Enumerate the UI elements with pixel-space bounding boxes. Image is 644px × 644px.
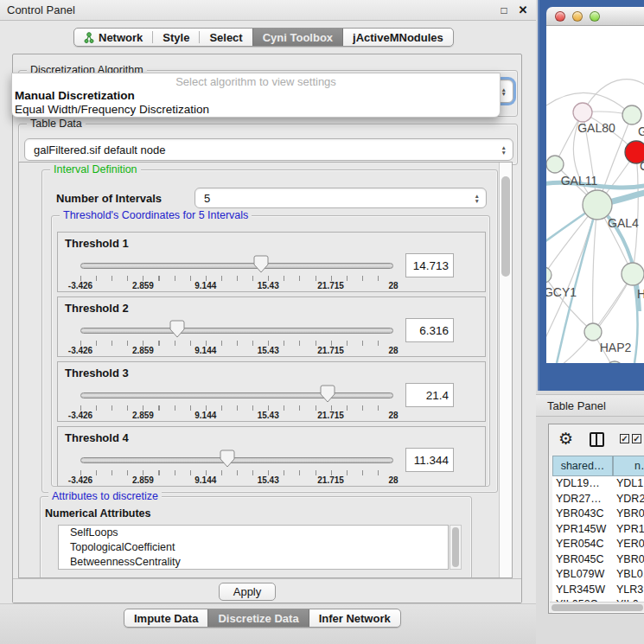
settings-scrollbar[interactable] [499, 163, 512, 577]
node[interactable] [606, 361, 623, 363]
right-side: GAL80 G C GAL11 GAL4 GCY1 H HAP2 Table P… [536, 0, 644, 644]
table-row[interactable]: YER054CYER0… [552, 537, 644, 552]
attributes-list-scrollbar[interactable] [450, 525, 462, 570]
table-toolbar: ⚙ ✓ ✓ [549, 424, 644, 456]
table-row[interactable]: YBR043CYBR0… [552, 507, 644, 522]
popup-option-manual-discretization[interactable]: Manual Discretization [15, 89, 135, 102]
table-data-combobox[interactable]: galFiltered.sif default node ▲▼ [24, 138, 513, 161]
group-title: Threshold's Coordinates for 5 Intervals [60, 209, 252, 221]
network-view-window: GAL80 G C GAL11 GAL4 GCY1 H HAP2 [538, 0, 644, 391]
control-panel: Control Panel □ ✕ Network Style Selec [0, 0, 538, 644]
threshold-1-slider[interactable] [80, 255, 393, 276]
node-gal80[interactable] [573, 103, 592, 122]
table-row[interactable]: YDL19…YDL1… [552, 476, 644, 492]
scrollbar-thumb[interactable] [552, 604, 643, 611]
slider-thumb[interactable] [169, 320, 185, 339]
threshold-2-slider[interactable] [80, 320, 393, 341]
table-data-group: Table Data galFiltered.sif default node … [18, 124, 518, 165]
slider-tick-labels: -3.426 2.859 9.144 15.43 21.715 28 [80, 411, 393, 421]
column-header-shared-name[interactable]: shared… [552, 456, 613, 476]
threshold-label: Threshold 4 [65, 431, 129, 444]
table-row[interactable]: YPR145WYPR1… [552, 522, 644, 538]
node-hap2[interactable] [584, 323, 602, 341]
tab-discretize-data[interactable]: Discretize Data [207, 609, 309, 627]
table-panel-titlebar: Table Panel [536, 394, 644, 417]
slider-thumb[interactable] [320, 385, 335, 404]
slider-track[interactable] [80, 392, 393, 399]
table-data-value: galFiltered.sif default node [34, 143, 165, 156]
numerical-attributes-list: SelfLoops TopologicalCoefficient Between… [58, 525, 449, 570]
close-panel-icon[interactable]: ✕ [515, 3, 531, 18]
slider-track[interactable] [80, 263, 393, 269]
network-window-titlebar[interactable] [546, 7, 644, 26]
interval-definition-group: Interval Definition Number of Intervals … [41, 169, 498, 493]
slider-tick-labels: -3.426 2.859 9.144 15.43 21.715 28 [80, 346, 393, 356]
slider-tick-labels: -3.426 2.859 9.144 15.43 21.715 28 [80, 281, 393, 291]
svg-text:H: H [637, 287, 644, 301]
node-gcy1[interactable] [546, 267, 552, 283]
slider-track[interactable] [80, 328, 393, 334]
tab-network[interactable]: Network [74, 29, 152, 46]
table-row[interactable]: YBR045CYBR0… [552, 552, 644, 568]
threshold-2-value-field[interactable] [405, 318, 454, 342]
threshold-4-value-field[interactable] [405, 448, 454, 472]
float-window-icon[interactable]: □ [496, 3, 512, 18]
network-canvas[interactable]: GAL80 G C GAL11 GAL4 GCY1 H HAP2 [546, 26, 644, 363]
numerical-attributes-label: Numerical Attributes [45, 507, 150, 520]
checkbox-icon[interactable]: ✓ [632, 434, 641, 443]
node-gal11[interactable] [546, 156, 564, 173]
number-of-intervals-combobox[interactable]: 5 ▲▼ [194, 188, 487, 208]
tab-jactivemnodules[interactable]: jActiveMNodules [343, 29, 453, 46]
node-gal4[interactable] [583, 190, 612, 220]
cyni-toolbox-content: Discretization Algorithm ▲▼ Table Data g… [12, 54, 522, 603]
list-item[interactable]: SelfLoops [59, 526, 448, 540]
control-panel-titlebar: Control Panel □ ✕ [0, 0, 538, 21]
tab-select[interactable]: Select [200, 29, 252, 46]
list-item[interactable]: BetweennessCentrality [59, 555, 448, 570]
popup-option-equal-width-frequency[interactable]: Equal Width/Frequency Discretization [15, 103, 209, 116]
table-row[interactable]: YLR345WYLR3… [552, 583, 644, 598]
panel-title: Control Panel [7, 3, 75, 16]
number-of-intervals-value: 5 [204, 192, 210, 205]
threshold-label: Threshold 1 [65, 237, 129, 250]
gear-icon[interactable]: ⚙ [558, 430, 573, 449]
threshold-3-slider[interactable] [80, 385, 393, 405]
checkbox-icon[interactable]: ✓ [620, 434, 629, 443]
tab-cyni-toolbox[interactable]: Cyni Toolbox [252, 29, 343, 46]
table-horizontal-scrollbar[interactable] [550, 602, 644, 612]
threshold-label: Threshold 2 [65, 302, 129, 315]
threshold-4-slider[interactable] [80, 450, 393, 470]
tab-style[interactable]: Style [153, 29, 199, 46]
scrollbar-thumb[interactable] [501, 176, 510, 277]
list-item[interactable]: TopologicalCoefficient [59, 540, 448, 555]
apply-footer: Apply [13, 578, 521, 603]
attributes-to-discretize-group: Attributes to discretize Numerical Attri… [40, 496, 472, 578]
apply-button[interactable]: Apply [219, 583, 276, 601]
svg-text:GAL11: GAL11 [561, 174, 598, 188]
table-row[interactable]: YBL079WYBL0… [552, 567, 644, 583]
slider-thumb[interactable] [220, 450, 235, 469]
threshold-4-panel: Threshold 4 -3.426 2.859 [57, 426, 486, 487]
slider-thumb[interactable] [253, 255, 269, 274]
node[interactable] [622, 105, 641, 124]
threshold-3-value-field[interactable] [405, 383, 454, 407]
split-columns-icon[interactable] [590, 432, 604, 447]
combo-stepper-icon: ▲▼ [501, 145, 507, 155]
threshold-1-value-field[interactable] [405, 253, 454, 277]
table-row[interactable]: YDR27…YDR2… [552, 492, 644, 507]
combo-stepper-icon: ▲▼ [475, 194, 480, 203]
column-header-name[interactable]: n… [613, 456, 644, 476]
scrollbar-thumb[interactable] [452, 527, 459, 567]
svg-text:C: C [640, 159, 644, 173]
tab-impute-data[interactable]: Impute Data [124, 609, 207, 627]
close-traffic-light-icon[interactable] [555, 11, 565, 22]
thresholds-coordinates-group: Threshold's Coordinates for 5 Intervals … [51, 215, 490, 487]
node[interactable] [622, 263, 644, 285]
settings-scroll-panel: Interval Definition Number of Intervals … [18, 162, 513, 578]
tab-infer-network[interactable]: Infer Network [309, 609, 400, 627]
minimize-traffic-light-icon[interactable] [572, 11, 583, 22]
slider-track[interactable] [80, 457, 393, 463]
zoom-traffic-light-icon[interactable] [590, 11, 600, 22]
network-icon [84, 32, 94, 43]
table-panel-title: Table Panel [547, 399, 606, 412]
